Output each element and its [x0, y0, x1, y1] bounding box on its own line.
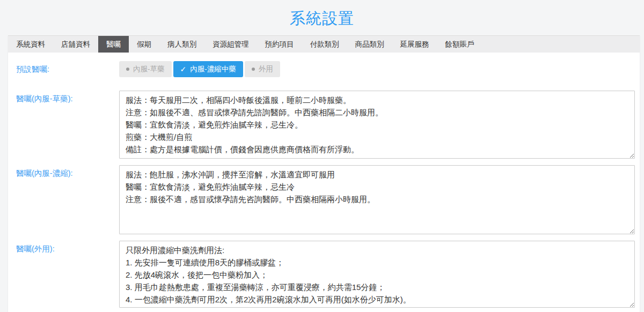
option-label: 外用	[259, 64, 273, 74]
herbal-advice-label: 醫囑(內服-草藥):	[16, 91, 119, 104]
tab-extended-services[interactable]: 延展服務	[392, 36, 437, 53]
page: 系統設置 系統資料 店舖資料 醫囑 假期 病人類別 資源組管理 預約項目 付款類…	[0, 0, 644, 312]
option-internal-herbal-button[interactable]: 內服-草藥	[119, 61, 172, 77]
option-external-button[interactable]: 外用	[245, 61, 280, 77]
dot-icon	[126, 68, 129, 71]
tab-appointment-items[interactable]: 預約項目	[257, 36, 302, 53]
external-advice-label: 醫囑(外用):	[16, 241, 119, 254]
page-title: 系統設置	[290, 6, 354, 29]
concentrated-advice-textarea[interactable]	[119, 165, 635, 234]
tab-resource-group[interactable]: 資源組管理	[204, 36, 257, 53]
tab-shop-info[interactable]: 店舖資料	[53, 36, 98, 53]
tab-patient-category[interactable]: 病人類別	[159, 36, 204, 53]
external-advice-textarea[interactable]	[119, 241, 635, 308]
tab-holiday[interactable]: 假期	[129, 36, 159, 53]
tab-payment-category[interactable]: 付款類別	[302, 36, 347, 53]
herbal-advice-row: 醫囑(內服-草藥):	[16, 91, 635, 159]
check-icon: ✓	[180, 65, 187, 73]
tab-bar: 系統資料 店舖資料 醫囑 假期 病人類別 資源組管理 預約項目 付款類別 商品類…	[8, 35, 640, 53]
tab-medical-advice[interactable]: 醫囑	[98, 36, 129, 53]
option-internal-concentrated-button[interactable]: ✓ 內服-濃縮中藥	[173, 61, 243, 77]
settings-content: 預設醫囑: 內服-草藥 ✓ 內服-濃縮中藥 外用	[8, 53, 640, 312]
option-label: 內服-草藥	[133, 64, 165, 74]
tab-balance-account[interactable]: 餘額賬戶	[437, 36, 482, 53]
concentrated-advice-row: 醫囑(內服-濃縮):	[16, 165, 635, 234]
herbal-advice-textarea[interactable]	[119, 91, 635, 159]
concentrated-advice-label: 醫囑(內服-濃縮):	[16, 165, 119, 179]
tab-system-info[interactable]: 系統資料	[8, 36, 53, 53]
option-label: 內服-濃縮中藥	[190, 64, 236, 74]
page-header: 系統設置	[0, 0, 644, 35]
default-advice-row: 預設醫囑: 內服-草藥 ✓ 內服-濃縮中藥 外用	[16, 61, 635, 77]
settings-panel: 系統資料 店舖資料 醫囑 假期 病人類別 資源組管理 預約項目 付款類別 商品類…	[8, 35, 640, 312]
external-advice-row: 醫囑(外用):	[16, 241, 635, 308]
tab-product-category[interactable]: 商品類別	[347, 36, 392, 53]
dot-icon	[252, 68, 255, 71]
default-advice-label: 預設醫囑:	[16, 61, 119, 75]
advice-type-toggle: 內服-草藥 ✓ 內服-濃縮中藥 外用	[119, 61, 280, 77]
